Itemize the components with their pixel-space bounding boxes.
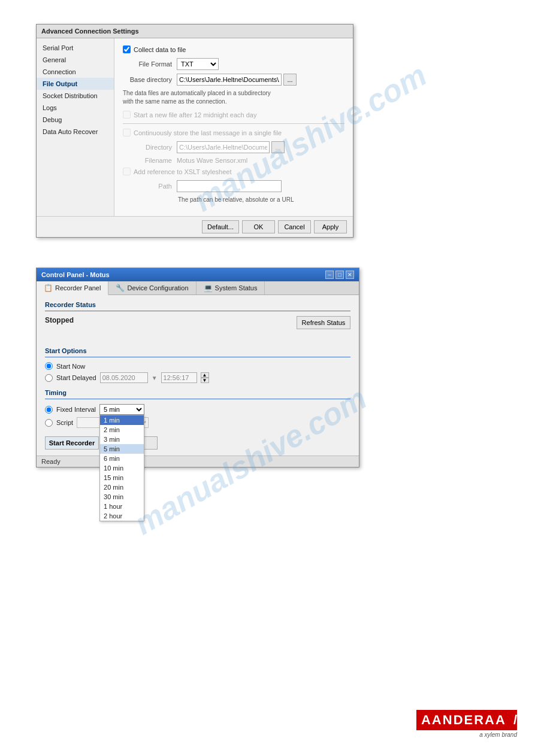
dialog-content: Collect data to file File Format TXT Bas… xyxy=(114,38,353,216)
directory-input[interactable] xyxy=(177,141,270,153)
script-label: Script xyxy=(56,419,73,426)
base-directory-label: Base directory xyxy=(123,76,177,83)
sidebar-item-socket-distribution[interactable]: Socket Distribution xyxy=(37,90,114,102)
refresh-status-button[interactable]: Refresh Status xyxy=(297,316,350,329)
start-now-label: Start Now xyxy=(56,363,85,370)
time-down-button[interactable]: ▼ xyxy=(201,378,209,383)
time-up-button[interactable]: ▲ xyxy=(201,372,209,378)
tab-device-configuration[interactable]: 🔧 Device Configuration xyxy=(108,281,196,294)
tab-recorder-label: Recorder Panel xyxy=(55,284,101,292)
cp-statusbar: Ready xyxy=(37,456,359,467)
collect-data-label: Collect data to file xyxy=(134,46,186,53)
interval-select[interactable]: 5 min xyxy=(99,404,144,415)
browse-continuous-button[interactable]: ... xyxy=(271,141,285,153)
cancel-button[interactable]: Cancel xyxy=(278,220,311,233)
dropdown-item-6min[interactable]: 6 min xyxy=(100,454,144,463)
restore-button[interactable]: □ xyxy=(335,271,344,279)
apply-button[interactable]: Apply xyxy=(314,220,347,233)
start-options-section: Start Options Start Now Start Delayed ▼ … xyxy=(45,347,350,383)
cp-titlebar: Control Panel - Motus – □ ✕ xyxy=(37,268,359,281)
start-delayed-label: Start Delayed xyxy=(56,374,96,381)
start-now-row: Start Now xyxy=(45,362,350,370)
dropdown-item-2hour[interactable]: 2 hour xyxy=(100,511,144,521)
file-format-row: File Format TXT xyxy=(123,58,344,70)
script-radio[interactable] xyxy=(45,419,53,427)
dropdown-item-5min-a[interactable]: 5 min xyxy=(100,444,144,454)
dialog-footer: Default... OK Cancel Apply xyxy=(37,216,353,237)
start-delayed-row: Start Delayed ▼ ▲ ▼ xyxy=(45,372,350,383)
dropdown-item-3min[interactable]: 3 min xyxy=(100,435,144,444)
timing-divider xyxy=(45,399,350,399)
recorder-buttons: Start Recorder der... xyxy=(45,434,350,450)
dialog-body: Serial Port General Connection File Outp… xyxy=(37,38,353,216)
start-delayed-radio[interactable] xyxy=(45,374,53,382)
time-input[interactable] xyxy=(161,372,197,383)
continuous-checkbox[interactable] xyxy=(123,129,131,136)
continuous-row: Continuously store the last message in a… xyxy=(123,129,344,136)
recorder-tab-icon: 📋 xyxy=(44,284,53,292)
file-format-label: File Format xyxy=(123,60,177,68)
file-format-select[interactable]: TXT xyxy=(177,58,219,70)
time-spinner: ▲ ▼ xyxy=(201,372,209,383)
tab-system-status[interactable]: 💻 System Status xyxy=(197,281,265,294)
collect-data-checkbox[interactable] xyxy=(123,45,131,53)
cp-tabs: 📋 Recorder Panel 🔧 Device Configuration … xyxy=(37,281,359,295)
base-directory-row: Base directory ... xyxy=(123,74,344,86)
sidebar-item-general[interactable]: General xyxy=(37,54,114,66)
interval-dropdown-container: 5 min 1 min 2 min 3 min 5 min 6 min 10 m… xyxy=(99,404,144,415)
path-row: Path xyxy=(123,180,344,192)
xslt-row: Add reference to XSLT stylesheet xyxy=(123,168,344,175)
continuous-directory-row: Directory ... xyxy=(123,141,344,153)
dialog-titlebar: Advanced Connection Settings xyxy=(37,25,353,38)
fixed-interval-radio[interactable] xyxy=(45,406,53,414)
xslt-label: Add reference to XSLT stylesheet xyxy=(134,168,231,175)
path-label: Path xyxy=(123,183,177,190)
filename-label: Filename xyxy=(123,157,177,164)
sidebar-item-connection[interactable]: Connection xyxy=(37,66,114,78)
tab-recorder-panel[interactable]: 📋 Recorder Panel xyxy=(37,281,108,295)
logo-section: AANDERAA / a xylem brand xyxy=(416,710,517,738)
dropdown-item-1min[interactable]: 1 min xyxy=(100,415,144,425)
xylem-tagline: a xylem brand xyxy=(416,731,517,738)
midnight-row: Start a new file after 12 midnight each … xyxy=(123,111,344,119)
sidebar-item-serial-port[interactable]: Serial Port xyxy=(37,42,114,54)
sidebar-item-logs[interactable]: Logs xyxy=(37,102,114,114)
start-now-radio[interactable] xyxy=(45,362,53,370)
sidebar-item-file-output[interactable]: File Output xyxy=(37,78,114,90)
directory-control: ... xyxy=(177,141,285,153)
dropdown-item-30min[interactable]: 30 min xyxy=(100,492,144,502)
browse-directory-button[interactable]: ... xyxy=(283,74,297,86)
interval-dropdown-list: 1 min 2 min 3 min 5 min 6 min 10 min 15 … xyxy=(99,415,144,521)
xslt-checkbox[interactable] xyxy=(123,168,131,175)
path-input[interactable] xyxy=(177,180,282,192)
sidebar-item-data-auto-recover[interactable]: Data Auto Recover xyxy=(37,126,114,138)
start-recorder-button[interactable]: Start Recorder xyxy=(45,436,99,450)
filename-row: Filename Motus Wave Sensor.xml xyxy=(123,157,344,164)
sidebar-item-debug[interactable]: Debug xyxy=(37,114,114,126)
file-format-control: TXT xyxy=(177,58,219,70)
close-button[interactable]: ✕ xyxy=(346,271,354,279)
path-control xyxy=(177,180,282,192)
dropdown-item-20min[interactable]: 20 min xyxy=(100,482,144,492)
start-options-header: Start Options xyxy=(45,347,350,354)
minimize-button[interactable]: – xyxy=(325,271,334,279)
dropdown-item-10min[interactable]: 10 min xyxy=(100,463,144,473)
fixed-interval-row: Fixed Interval 5 min 1 min 2 min 3 min xyxy=(45,404,350,415)
tab-device-config-label: Device Configuration xyxy=(127,284,188,292)
midnight-label: Start a new file after 12 midnight each … xyxy=(134,111,256,119)
default-button[interactable]: Default... xyxy=(202,220,239,233)
dropdown-item-15min[interactable]: 15 min xyxy=(100,473,144,482)
dialog-sidebar: Serial Port General Connection File Outp… xyxy=(37,38,114,216)
recorder-status-value: Stopped xyxy=(45,316,74,324)
dropdown-item-1hour[interactable]: 1 hour xyxy=(100,502,144,511)
dropdown-item-2min[interactable]: 2 min xyxy=(100,425,144,435)
system-status-tab-icon: 💻 xyxy=(204,284,213,292)
page-wrapper: manualshive.com manualshive.com Advanced… xyxy=(0,0,535,756)
base-directory-input[interactable] xyxy=(177,74,282,86)
date-dropdown-icon[interactable]: ▼ xyxy=(152,375,158,381)
date-input[interactable] xyxy=(100,372,148,383)
midnight-checkbox[interactable] xyxy=(123,111,131,119)
ok-button[interactable]: OK xyxy=(242,220,275,233)
base-directory-control: ... xyxy=(177,74,297,86)
timing-header: Timing xyxy=(45,389,350,396)
